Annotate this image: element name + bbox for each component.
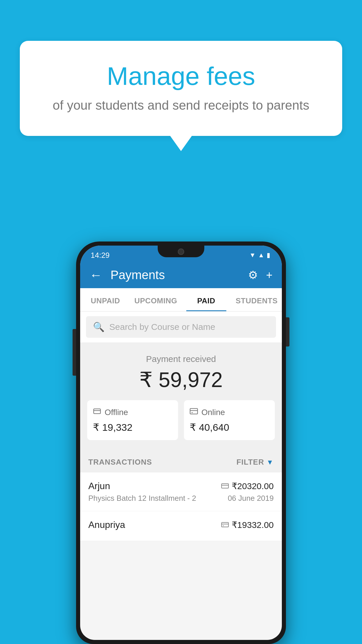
transaction-date: 06 June 2019 [228,494,274,503]
offline-amount: ₹ 19,332 [93,421,172,433]
phone-outer: 14:29 ▼ ▲ ▮ ← Payments ⚙ + [76,242,286,644]
filter-icon: ▼ [266,458,274,466]
search-icon: 🔍 [93,321,105,332]
online-card: Online ₹ 40,640 [184,400,275,440]
offline-label: Offline [105,408,128,417]
tab-paid[interactable]: PAID [181,288,231,311]
bubble-title: Manage fees [37,61,325,91]
top-bar-actions: ⚙ + [248,269,273,281]
table-row[interactable]: Arjun ₹20320.00 [80,473,282,511]
status-icons: ▼ ▲ ▮ [249,251,270,259]
transactions-header: TRANSACTIONS FILTER ▼ [80,449,282,473]
back-button[interactable]: ← [89,268,102,282]
camera [178,249,184,255]
online-label: Online [201,408,225,417]
page-title: Payments [110,268,242,282]
speech-bubble-container: Manage fees of your students and send re… [20,41,342,136]
search-input[interactable]: Search by Course or Name [109,322,215,332]
transaction-name: Anupriya [88,519,125,530]
transaction-amount-wrap: ₹19332.00 [221,520,274,530]
offline-card-header: Offline [93,407,172,417]
transaction-amount-wrap: ₹20320.00 [221,481,274,491]
transactions-label: TRANSACTIONS [88,458,152,467]
add-button[interactable]: + [266,269,273,281]
offline-icon [93,407,101,417]
payment-cards: Offline ₹ 19,332 [80,400,282,440]
svg-rect-7 [222,522,229,527]
online-card-header: Online [190,407,269,417]
phone-frame: 14:29 ▼ ▲ ▮ ← Payments ⚙ + [76,242,286,644]
app-content: UNPAID UPCOMING PAID STUDENTS 🔍 [80,288,282,640]
top-bar: ← Payments ⚙ + [80,262,282,288]
transaction-row-top: Anupriya ₹19332.00 [88,519,274,530]
status-time: 14:29 [91,251,110,260]
bubble-subtitle: of your students and send receipts to pa… [37,98,325,113]
transaction-detail: Physics Batch 12 Installment - 2 [88,494,196,503]
battery-icon: ▮ [267,251,270,259]
payment-summary: Payment received ₹ 59,972 [80,342,282,449]
card-payment-icon [221,482,229,491]
table-row[interactable]: Anupriya ₹19332.00 [80,511,282,541]
transaction-amount: ₹19332.00 [232,520,274,530]
speech-bubble: Manage fees of your students and send re… [20,41,342,136]
online-icon [190,407,198,417]
filter-label: FILTER [236,458,264,467]
filter-button[interactable]: FILTER ▼ [236,458,274,467]
tabs-bar: UNPAID UPCOMING PAID STUDENTS [80,288,282,312]
offline-card: Offline ₹ 19,332 [87,400,178,440]
cash-payment-icon [221,520,229,530]
tab-students[interactable]: STUDENTS [231,288,282,311]
payment-received-label: Payment received [80,354,282,364]
signal-icon: ▲ [258,251,264,259]
wifi-icon: ▼ [249,251,256,259]
transaction-row-bottom: Physics Batch 12 Installment - 2 06 June… [88,494,274,503]
svg-rect-5 [222,484,229,488]
phone-notch [158,246,204,257]
tab-upcoming[interactable]: UPCOMING [131,288,181,311]
settings-button[interactable]: ⚙ [248,269,258,281]
transaction-amount: ₹20320.00 [232,481,274,491]
payment-total-amount: ₹ 59,972 [80,368,282,392]
transaction-list: Arjun ₹20320.00 [80,473,282,541]
tab-unpaid[interactable]: UNPAID [80,288,131,311]
svg-rect-0 [94,409,100,414]
search-bar[interactable]: 🔍 Search by Course or Name [86,316,276,338]
phone-screen: 14:29 ▼ ▲ ▮ ← Payments ⚙ + [80,246,282,640]
online-amount: ₹ 40,640 [190,421,269,433]
svg-rect-2 [190,409,198,414]
transaction-row-top: Arjun ₹20320.00 [88,481,274,491]
transaction-name: Arjun [88,481,110,491]
search-container: 🔍 Search by Course or Name [80,312,282,342]
